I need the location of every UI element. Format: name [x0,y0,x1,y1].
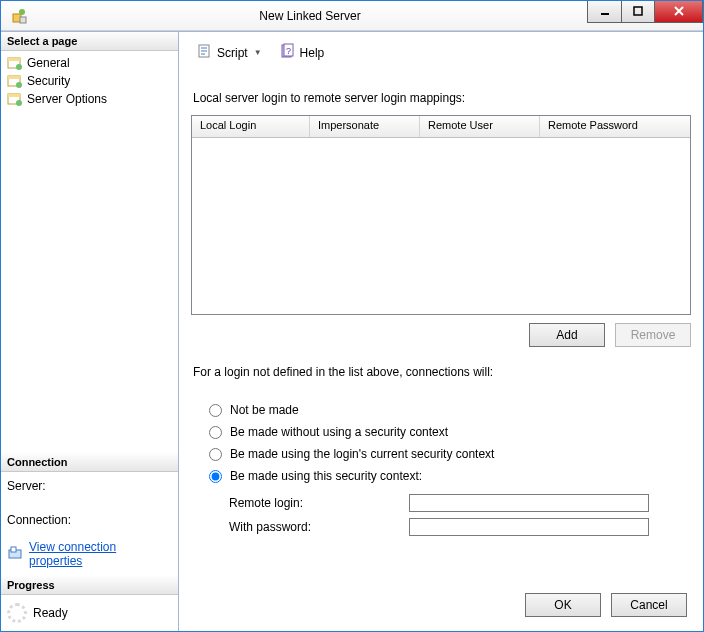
radio-without-ctx-input[interactable] [209,426,222,439]
connection-panel: Server: Connection: View connection prop… [1,472,178,576]
col-impersonate[interactable]: Impersonate [310,116,420,137]
progress-status: Ready [33,606,68,620]
toolbar: Script ▼ ? Help [191,38,691,73]
page-general[interactable]: General [5,54,174,72]
page-list: General Security Server Options [1,51,178,116]
mappings-label: Local server login to remote server logi… [193,91,691,105]
progress-header: Progress [1,576,178,595]
script-button[interactable]: Script ▼ [191,40,268,65]
svg-point-1 [19,9,25,15]
radio-this-ctx-input[interactable] [209,470,222,483]
properties-icon [7,545,23,564]
with-password-input[interactable] [409,518,649,536]
radio-label: Not be made [230,403,299,417]
select-page-header: Select a page [1,32,178,51]
svg-text:?: ? [286,46,291,56]
view-connection-properties-link[interactable]: View connection properties [29,540,172,568]
add-button[interactable]: Add [529,323,605,347]
app-icon [5,2,33,30]
radio-not-be-made[interactable]: Not be made [209,399,691,421]
svg-rect-2 [20,17,26,23]
help-label: Help [300,46,325,60]
dialog-footer: OK Cancel [191,581,691,621]
login-mappings-grid[interactable]: Local Login Impersonate Remote User Remo… [191,115,691,315]
script-label: Script [217,46,248,60]
security-context-credentials: Remote login: With password: [229,491,649,539]
chevron-down-icon: ▼ [254,48,262,57]
page-label: General [27,56,70,70]
svg-rect-11 [8,76,20,79]
page-icon [7,55,23,71]
grid-header-row: Local Login Impersonate Remote User Remo… [192,116,690,138]
svg-rect-8 [8,58,20,61]
dialog-window: New Linked Server Select a page Gene [0,0,704,632]
remote-login-input[interactable] [409,494,649,512]
radio-without-security-context[interactable]: Be made without using a security context [209,421,691,443]
page-icon [7,73,23,89]
radio-label: Be made using the login's current securi… [230,447,494,461]
grid-buttons: Add Remove [191,315,691,347]
server-label: Server: [7,476,172,496]
minimize-button[interactable] [587,1,621,23]
page-security[interactable]: Security [5,72,174,90]
script-icon [197,43,213,62]
radio-not-be-made-input[interactable] [209,404,222,417]
radio-label: Be made without using a security context [230,425,448,439]
page-server-options[interactable]: Server Options [5,90,174,108]
ok-button[interactable]: OK [525,593,601,617]
titlebar: New Linked Server [1,1,703,31]
dialog-body: Select a page General Security [1,31,703,631]
remove-button: Remove [615,323,691,347]
svg-rect-4 [634,7,642,15]
close-button[interactable] [655,1,703,23]
remote-login-label: Remote login: [229,496,409,510]
not-defined-label: For a login not defined in the list abov… [193,365,691,379]
svg-point-12 [16,82,22,88]
svg-point-9 [16,64,22,70]
page-label: Server Options [27,92,107,106]
col-local-login[interactable]: Local Login [192,116,310,137]
progress-spinner-icon [7,603,27,623]
maximize-button[interactable] [621,1,655,23]
svg-rect-14 [8,94,20,97]
connection-label: Connection: [7,510,172,530]
window-buttons [587,1,703,23]
progress-panel: Ready [1,595,178,631]
content-panel: Script ▼ ? Help Local server login to re… [179,32,703,631]
radio-current-ctx-input[interactable] [209,448,222,461]
page-label: Security [27,74,70,88]
connection-header: Connection [1,453,178,472]
window-title: New Linked Server [33,9,587,23]
page-icon [7,91,23,107]
col-remote-user[interactable]: Remote User [420,116,540,137]
help-button[interactable]: ? Help [274,40,331,65]
sidebar: Select a page General Security [1,32,179,631]
svg-point-15 [16,100,22,106]
cancel-button[interactable]: Cancel [611,593,687,617]
radio-this-security-context[interactable]: Be made using this security context: [209,465,691,487]
with-password-label: With password: [229,520,409,534]
radio-current-security-context[interactable]: Be made using the login's current securi… [209,443,691,465]
connection-mode-radios: Not be made Be made without using a secu… [209,399,691,487]
help-icon: ? [280,43,296,62]
svg-rect-17 [11,547,16,552]
radio-label: Be made using this security context: [230,469,422,483]
svg-rect-3 [601,13,609,15]
col-remote-password[interactable]: Remote Password [540,116,690,137]
